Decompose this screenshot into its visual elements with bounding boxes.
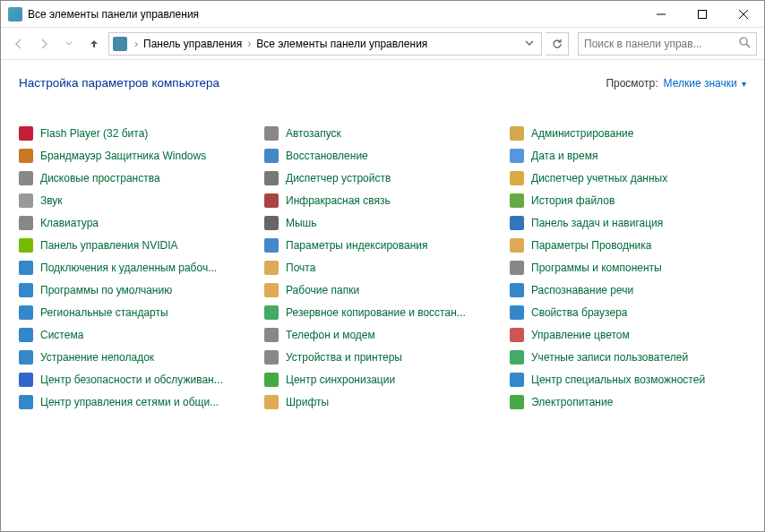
item-icon: [510, 126, 524, 141]
item-icon: [510, 193, 524, 208]
control-panel-item[interactable]: Диспетчер учетных данных: [510, 167, 746, 189]
item-label: Панель задач и навигация: [531, 217, 663, 229]
item-label: Диспетчер устройств: [286, 172, 391, 184]
control-panel-item[interactable]: Резервное копирование и восстан...: [264, 301, 501, 323]
item-icon: [264, 305, 279, 320]
control-panel-item[interactable]: Восстановление: [264, 144, 501, 167]
item-label: Учетные записи пользователей: [531, 351, 688, 364]
item-icon: [510, 238, 524, 253]
control-panel-item[interactable]: Центр специальных возможностей: [510, 368, 746, 390]
search-icon: [739, 37, 751, 51]
item-label: Диспетчер учетных данных: [531, 172, 667, 184]
control-panel-item[interactable]: Брандмауэр Защитника Windows: [19, 144, 255, 167]
item-label: Параметры индексирования: [286, 239, 427, 252]
view-label: Просмотр:: [606, 77, 658, 90]
view-dropdown[interactable]: Мелкие значки ▾: [664, 77, 746, 90]
control-panel-item[interactable]: Региональные стандарты: [19, 301, 255, 323]
control-panel-item[interactable]: Панель задач и навигация: [510, 211, 746, 234]
window-title: Все элементы панели управления: [28, 8, 640, 21]
back-button[interactable]: [8, 33, 30, 55]
item-icon: [264, 350, 279, 365]
up-button[interactable]: [83, 33, 105, 55]
item-label: Администрирование: [531, 127, 633, 140]
item-icon: [510, 171, 524, 185]
control-panel-item[interactable]: Подключения к удаленным рабоч...: [19, 256, 255, 279]
control-panel-item[interactable]: Устранение неполадок: [19, 346, 255, 368]
control-panel-item[interactable]: История файлов: [510, 189, 746, 211]
control-panel-item[interactable]: Свойства браузера: [510, 301, 746, 323]
control-panel-item[interactable]: Звук: [19, 189, 255, 211]
item-label: Свойства браузера: [531, 306, 628, 319]
item-label: Центр управления сетями и общи...: [40, 396, 219, 408]
refresh-button[interactable]: [546, 32, 569, 56]
control-panel-item[interactable]: Программы по умолчанию: [19, 279, 255, 301]
item-icon: [264, 283, 279, 297]
item-icon: [264, 238, 279, 253]
control-panel-item[interactable]: Диспетчер устройств: [264, 167, 501, 189]
item-icon: [264, 149, 279, 163]
items-grid: Flash Player (32 бита)АвтозапускАдминист…: [19, 122, 746, 413]
forward-button[interactable]: [33, 33, 55, 55]
address-dropdown-icon[interactable]: [521, 38, 537, 50]
item-label: Параметры Проводника: [531, 239, 651, 252]
titlebar: Все элементы панели управления: [1, 1, 764, 28]
item-label: Центр безопасности и обслуживан...: [40, 373, 223, 386]
control-panel-item[interactable]: Центр синхронизации: [264, 368, 501, 390]
control-panel-item[interactable]: Центр управления сетями и общи...: [19, 390, 255, 413]
control-panel-item[interactable]: Параметры Проводника: [510, 234, 746, 256]
item-label: Региональные стандарты: [40, 306, 168, 319]
control-panel-item[interactable]: Почта: [264, 256, 501, 279]
recent-dropdown[interactable]: [58, 33, 80, 55]
item-label: История файлов: [531, 194, 615, 207]
item-icon: [264, 193, 279, 208]
close-button[interactable]: [723, 1, 764, 28]
content-area: Настройка параметров компьютера Просмотр…: [1, 60, 764, 429]
search-input[interactable]: [584, 38, 739, 50]
minimize-button[interactable]: [640, 1, 682, 28]
control-panel-item[interactable]: Инфракрасная связь: [264, 189, 501, 211]
search-box[interactable]: [578, 32, 757, 56]
control-panel-item[interactable]: Клавиатура: [19, 211, 255, 234]
maximize-button[interactable]: [682, 1, 723, 28]
control-panel-item[interactable]: Дисковые пространства: [19, 167, 255, 189]
control-panel-item[interactable]: Распознавание речи: [510, 279, 746, 301]
control-panel-item[interactable]: Мышь: [264, 211, 501, 234]
item-icon: [264, 171, 279, 185]
control-panel-item[interactable]: Автозапуск: [264, 122, 501, 144]
control-panel-item[interactable]: Система: [19, 323, 255, 346]
control-panel-item[interactable]: Устройства и принтеры: [264, 346, 501, 368]
control-panel-item[interactable]: Управление цветом: [510, 323, 746, 346]
item-label: Автозапуск: [286, 127, 341, 140]
item-icon: [19, 149, 33, 163]
item-icon: [19, 238, 33, 253]
control-panel-item[interactable]: Центр безопасности и обслуживан...: [19, 368, 255, 390]
breadcrumb-sep: ›: [131, 38, 142, 50]
item-icon: [19, 171, 33, 185]
breadcrumb-0[interactable]: Панель управления: [142, 38, 244, 50]
svg-point-1: [740, 38, 747, 45]
control-panel-item[interactable]: Параметры индексирования: [264, 234, 501, 256]
control-panel-item[interactable]: Дата и время: [510, 144, 746, 167]
chevron-down-icon: ▾: [742, 79, 746, 89]
control-panel-item[interactable]: Программы и компоненты: [510, 256, 746, 279]
item-label: Устройства и принтеры: [286, 351, 402, 364]
control-panel-item[interactable]: Рабочие папки: [264, 279, 501, 301]
item-icon: [264, 126, 279, 141]
control-panel-item[interactable]: Учетные записи пользователей: [510, 346, 746, 368]
address-bar[interactable]: › Панель управления › Все элементы панел…: [108, 32, 542, 56]
app-icon: [8, 7, 22, 21]
item-label: Подключения к удаленным рабоч...: [40, 262, 217, 274]
breadcrumb-1[interactable]: Все элементы панели управления: [254, 38, 429, 50]
item-icon: [510, 216, 524, 230]
item-icon: [510, 149, 524, 163]
view-value-text: Мелкие значки: [664, 77, 737, 90]
control-panel-item[interactable]: Администрирование: [510, 122, 746, 144]
control-panel-item[interactable]: Flash Player (32 бита): [19, 122, 255, 144]
page-title: Настройка параметров компьютера: [19, 76, 606, 90]
control-panel-item[interactable]: Шрифты: [264, 390, 501, 413]
item-label: Мышь: [286, 217, 317, 229]
item-icon: [510, 283, 524, 297]
control-panel-item[interactable]: Панель управления NVIDIA: [19, 234, 255, 256]
control-panel-item[interactable]: Телефон и модем: [264, 323, 501, 346]
control-panel-item[interactable]: Электропитание: [510, 390, 746, 413]
